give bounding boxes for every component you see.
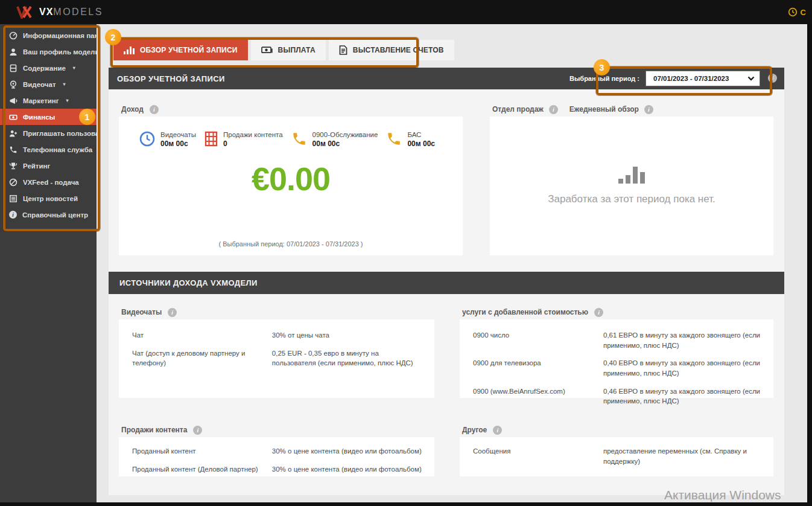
- sidebar-item-invite-users[interactable]: Приглашать пользователе: [0, 125, 97, 141]
- tab-label: ВЫСТАВЛЕНИЕ СЧЕТОВ: [353, 46, 444, 54]
- phone-icon: [386, 131, 402, 147]
- chevron-down-icon: [747, 76, 755, 81]
- news-icon: [9, 194, 17, 203]
- stat-0900-service: 0900-Обслуживание00м 00с: [291, 131, 378, 148]
- sidebar-item-finance[interactable]: Финансы: [0, 109, 97, 125]
- bar-chart-icon: [124, 46, 135, 54]
- info-icon[interactable]: [549, 105, 558, 114]
- sidebar-item-vxfeed[interactable]: VXFeed - подача: [0, 174, 97, 190]
- overview-header: ОБЗОР УЧЕТНОЙ ЗАПИСИ Выбранный период : …: [109, 68, 784, 89]
- row-value: предоставление переменных (см. Справку и…: [603, 446, 763, 466]
- top-bar: VXMODELS C: [0, 0, 812, 24]
- finance-tabs: ОБЗОР УЧЕТНОЙ ЗАПИСИ ВЫПЛАТА ВЫСТАВЛЕНИЕ…: [113, 40, 454, 60]
- stat-label: 0900-Обслуживание: [312, 131, 378, 138]
- chevron-down-icon: ▾: [66, 98, 69, 103]
- row-value: 0,25 EUR - 0,35 евро в минуту на пользов…: [272, 348, 423, 368]
- info-icon[interactable]: [644, 105, 653, 114]
- income-stats: Видеочаты00м 00с Продажи контента0 0900-…: [119, 117, 463, 148]
- tab-billing[interactable]: ВЫСТАВЛЕНИЕ СЧЕТОВ: [329, 40, 454, 60]
- sales-title: Отдел продаж: [492, 105, 544, 114]
- table-row: 0900 (www.BeiAnrufSex.com)0,46 ЕВРО в ми…: [473, 386, 763, 406]
- person-icon: [9, 48, 17, 56]
- sidebar-item-label: Финансы: [23, 114, 55, 121]
- sources-header: ИСТОЧНИКИ ДОХОДА VXМОДЕЛИ: [109, 272, 784, 294]
- table-row: 0900 для телевизора0,40 ЕВРО в минуту за…: [473, 358, 763, 378]
- stat-videochats: Видеочаты00м 00с: [139, 131, 196, 148]
- sidebar-item-help-center[interactable]: Справочный центр: [0, 207, 97, 223]
- info-icon[interactable]: [768, 74, 777, 83]
- feed-icon: [9, 178, 17, 187]
- sources-panel-value-added: услуги с добавленной стоимостью 0900 чис…: [460, 305, 773, 398]
- row-value: 0,40 ЕВРО в минуту за каждого звонящего …: [603, 358, 763, 378]
- info-icon[interactable]: [193, 426, 202, 435]
- row-label: 0900 (www.BeiAnrufSex.com): [473, 386, 603, 406]
- info-icon[interactable]: [150, 105, 159, 114]
- sidebar-item-content[interactable]: Содержание ▾: [0, 60, 97, 76]
- info-icon[interactable]: [594, 308, 603, 317]
- banknote-icon: [9, 113, 17, 121]
- sidebar-item-label: Рейтинг: [23, 162, 50, 170]
- row-value: 30% о цене контента (видео или фотоальбо…: [272, 464, 423, 475]
- tab-label: ОБЗОР УЧЕТНОЙ ЗАПИСИ: [140, 46, 238, 54]
- income-period-note: ( Выбранный период: 07/01/2023 - 07/31/2…: [119, 240, 463, 248]
- sidebar-item-dashboard[interactable]: Информационная панель: [0, 27, 97, 43]
- megaphone-icon: [9, 97, 17, 105]
- chevron-down-icon: ▾: [73, 65, 75, 71]
- row-label: Сообщения: [473, 446, 603, 466]
- stat-bac: БАС00м 00с: [386, 131, 435, 148]
- sidebar-item-rating[interactable]: Рейтинг: [0, 158, 97, 174]
- sidebar-item-phone-service[interactable]: Телефонная служба: [0, 141, 97, 158]
- brand-light: MODELS: [53, 7, 103, 17]
- invite-user-icon: [9, 129, 17, 138]
- sales-panel: Отдел продаж Ежедневный обзор Заработка …: [490, 102, 773, 255]
- period-label: Выбранный период :: [569, 75, 639, 82]
- sidebar-item-marketing[interactable]: Маркетинг ▾: [0, 92, 97, 109]
- tab-payout[interactable]: ВЫПЛАТА: [251, 40, 326, 60]
- sources-panel-videochats: Видеочаты Чат30% от цены чата Чат (досту…: [119, 305, 434, 398]
- info-icon[interactable]: [493, 426, 502, 435]
- sales-empty-text: Заработка за этот период пока нет.: [548, 193, 715, 205]
- sidebar-item-videochat[interactable]: Видеочат ▾: [0, 76, 97, 92]
- brand-text: VXMODELS: [39, 7, 103, 18]
- row-label: Проданный контент (Деловой партнер): [132, 464, 272, 475]
- row-value: 0,61 ЕВРО в минуту за каждого звонящего …: [603, 330, 763, 350]
- panel-title: Другое: [462, 426, 487, 434]
- stat-label: Видеочаты: [160, 131, 196, 138]
- sales-card: Заработка за этот период пока нет.: [490, 117, 773, 255]
- topbar-right[interactable]: C: [788, 7, 806, 17]
- row-value: 30% от цены чата: [272, 330, 423, 341]
- stat-value: 00м 00с: [407, 139, 435, 148]
- sources-panel-other: Другое Сообщенияпредоставление переменны…: [460, 423, 773, 476]
- info-icon[interactable]: [168, 308, 177, 317]
- sidebar-item-label: Приглашать пользователе: [23, 130, 97, 137]
- period-select[interactable]: 07/01/2023 - 07/31/2023: [645, 71, 760, 86]
- row-label: Чат: [132, 330, 272, 341]
- sidebar-item-news-center[interactable]: Центр новостей: [0, 190, 97, 207]
- bar-chart-icon: [618, 167, 645, 184]
- income-title: Доход: [121, 105, 144, 114]
- sales-subtitle: Ежедневный обзор: [569, 105, 639, 114]
- table-row: Проданный контент (Деловой партнер)30% о…: [132, 464, 423, 475]
- vx-logo-icon: [16, 5, 34, 19]
- overview-content: Доход Видеочаты00м 00с Продажи контента0…: [109, 89, 784, 495]
- stat-label: Продажи контента: [223, 131, 283, 138]
- period-value: 07/01/2023 - 07/31/2023: [653, 75, 729, 82]
- sidebar-item-label: Содержание: [23, 65, 66, 72]
- panel-title: Продажи контента: [121, 426, 187, 434]
- gauge-icon: [9, 31, 17, 40]
- stat-value: 0: [223, 139, 283, 148]
- stat-label: БАС: [407, 131, 435, 138]
- sources-title: ИСТОЧНИКИ ДОХОДА VXМОДЕЛИ: [119, 278, 258, 287]
- sidebar-item-label: Телефонная служба: [23, 146, 92, 153]
- tab-account-overview[interactable]: ОБЗОР УЧЕТНОЙ ЗАПИСИ: [113, 40, 248, 60]
- brand-logo[interactable]: VXMODELS: [16, 5, 103, 19]
- panel-title: услуги с добавленной стоимостью: [462, 308, 588, 316]
- sidebar-item-profile[interactable]: Ваш профиль модели ▾: [0, 43, 97, 60]
- overview-title: ОБЗОР УЧЕТНОЙ ЗАПИСИ: [117, 74, 225, 83]
- sidebar-item-label: VXFeed - подача: [23, 179, 79, 186]
- topbar-right-label: C: [801, 8, 806, 17]
- sidebar-item-label: Видеочат: [23, 81, 56, 88]
- phone-icon: [9, 146, 17, 154]
- row-value: 0,46 ЕВРО в минуту за каждого звонящего …: [603, 386, 763, 406]
- stat-value: 00м 00с: [312, 139, 378, 148]
